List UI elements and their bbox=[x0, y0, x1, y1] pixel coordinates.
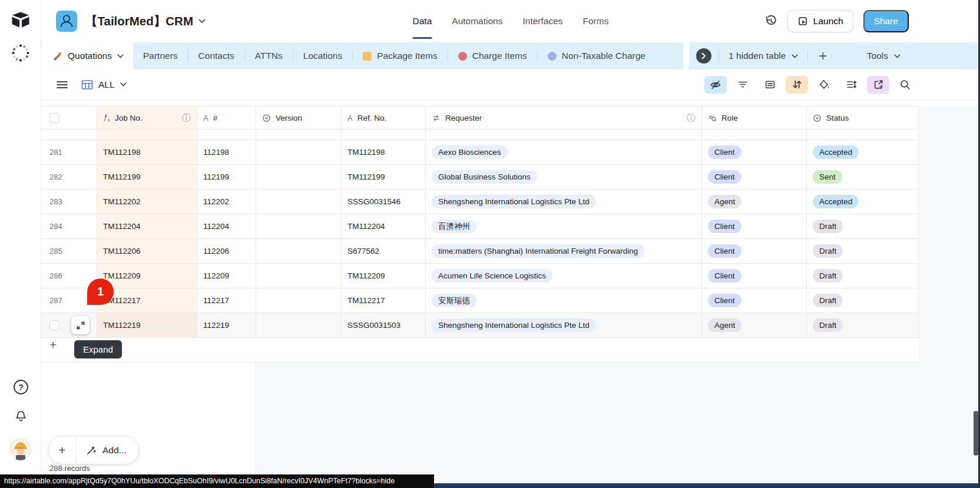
cell-requester-282[interactable]: Global Business Solutions bbox=[426, 165, 702, 189]
column-header-num[interactable]: A# bbox=[197, 107, 256, 129]
cell-ref_no-288[interactable]: SSSG0031503 bbox=[342, 313, 426, 337]
sort-button[interactable] bbox=[786, 76, 808, 94]
tools-button[interactable]: Tools bbox=[858, 51, 910, 61]
cell-requester-284[interactable]: 百濟神州 bbox=[426, 214, 702, 238]
column-header-version[interactable]: Version bbox=[256, 107, 342, 129]
add-record-button[interactable]: + bbox=[49, 437, 76, 464]
cell-status-285[interactable]: Draft bbox=[807, 239, 919, 263]
view-sidebar-menu-icon[interactable] bbox=[56, 79, 68, 90]
column-header-status[interactable]: Status bbox=[807, 107, 919, 129]
cell-num-286[interactable]: 112209 bbox=[197, 264, 256, 288]
table-tab-quotations[interactable]: Quotations bbox=[41, 42, 133, 69]
add-row[interactable]: + bbox=[41, 338, 919, 363]
cell-role-287[interactable]: Client bbox=[702, 288, 807, 313]
table-row-284[interactable]: 284TM112204112204TM112204百濟神州ClientDraft bbox=[41, 214, 919, 239]
cell-job_no-288[interactable]: TM112219 bbox=[97, 313, 197, 337]
cell-role-281[interactable]: Client bbox=[702, 140, 807, 164]
cell-num-282[interactable]: 112199 bbox=[197, 165, 256, 189]
cell-role-285[interactable]: Client bbox=[702, 239, 807, 263]
cell-ref_no-286[interactable]: TM112209 bbox=[342, 264, 426, 288]
base-icon[interactable] bbox=[56, 11, 77, 32]
cell-version-285[interactable] bbox=[256, 239, 342, 263]
table-row-283[interactable]: 283TM112202112202SSSG0031546Shengsheng I… bbox=[41, 190, 919, 214]
cell-version-283[interactable] bbox=[256, 190, 342, 214]
field-info-icon[interactable]: ⓘ bbox=[182, 112, 191, 124]
top-nav-automations[interactable]: Automations bbox=[452, 16, 502, 26]
column-header-requester[interactable]: Requesterⓘ bbox=[426, 107, 702, 129]
user-avatar[interactable] bbox=[9, 438, 32, 460]
cell-requester-286[interactable]: Acumen Life Science Logistics bbox=[426, 264, 702, 288]
share-button[interactable]: Share bbox=[863, 10, 909, 32]
table-tab-attns[interactable]: ATTNs bbox=[245, 42, 293, 69]
notifications-bell-icon[interactable] bbox=[14, 410, 28, 423]
cell-job_no-285[interactable]: TM112206 bbox=[97, 239, 197, 263]
cell-version-284[interactable] bbox=[256, 214, 342, 238]
table-tab-non-taxable-charge[interactable]: Non-Taxable Charge bbox=[538, 42, 655, 69]
row-handle-cell[interactable]: 282 bbox=[41, 165, 97, 189]
cell-status-287[interactable]: Draft bbox=[807, 288, 919, 313]
airtable-logo-icon[interactable] bbox=[11, 12, 31, 28]
cell-ref_no-284[interactable]: TM112204 bbox=[342, 214, 426, 238]
row-checkbox[interactable] bbox=[49, 320, 59, 330]
cell-num-285[interactable]: 112206 bbox=[197, 239, 256, 263]
search-button[interactable] bbox=[894, 76, 916, 94]
table-tab-charge-items[interactable]: Charge Items bbox=[448, 42, 537, 69]
table-tab-locations[interactable]: Locations bbox=[293, 42, 352, 69]
cell-role-283[interactable]: Agent bbox=[702, 190, 807, 214]
hide-fields-button[interactable] bbox=[704, 76, 727, 94]
cell-role-286[interactable]: Client bbox=[702, 264, 807, 288]
table-row-287[interactable]: 287TM112217112217TM112217安斯瑞德ClientDraft bbox=[41, 288, 919, 313]
cell-version-287[interactable] bbox=[256, 288, 342, 313]
cell-role-288[interactable]: Agent bbox=[702, 313, 807, 337]
cell-version-281[interactable] bbox=[256, 140, 342, 164]
cell-job_no-284[interactable]: TM112204 bbox=[97, 214, 197, 238]
cell-version-282[interactable] bbox=[256, 165, 342, 189]
cell-requester-283[interactable]: Shengsheng International Logistics Pte L… bbox=[426, 190, 702, 214]
cell-version-288[interactable] bbox=[256, 313, 342, 337]
select-all-cell[interactable] bbox=[41, 107, 97, 129]
cell-job_no-283[interactable]: TM112202 bbox=[97, 190, 197, 214]
table-tab-partners[interactable]: Partners bbox=[133, 42, 188, 69]
select-all-checkbox[interactable] bbox=[49, 113, 59, 123]
cell-requester-287[interactable]: 安斯瑞德 bbox=[426, 288, 702, 313]
history-icon[interactable] bbox=[764, 15, 777, 28]
cell-requester-288[interactable]: Shengsheng International Logistics Pte L… bbox=[426, 313, 702, 337]
table-row-281[interactable]: 281TM112198112198TM112198Aexo Bioscience… bbox=[41, 140, 919, 165]
table-row-288[interactable]: TM112219112219SSSG0031503Shengsheng Inte… bbox=[41, 313, 919, 338]
cell-status-288[interactable]: Draft bbox=[807, 313, 919, 337]
column-header-role[interactable]: Role bbox=[702, 107, 807, 129]
add-table-button[interactable]: + bbox=[808, 48, 837, 64]
cell-status-281[interactable]: Accepted bbox=[807, 140, 919, 164]
filter-button[interactable] bbox=[731, 76, 754, 94]
add-with-ai-button[interactable]: Add... bbox=[76, 445, 138, 456]
cell-num-281[interactable]: 112198 bbox=[197, 140, 256, 164]
cell-version-286[interactable] bbox=[256, 264, 342, 288]
cell-job_no-282[interactable]: TM112199 bbox=[97, 165, 197, 189]
base-title[interactable]: 【TailorMed】CRM bbox=[85, 13, 193, 29]
cell-ref_no-281[interactable]: TM112198 bbox=[342, 140, 426, 164]
cell-role-284[interactable]: Client bbox=[702, 214, 807, 238]
top-nav-data[interactable]: Data bbox=[413, 16, 432, 26]
launch-button[interactable]: Launch bbox=[787, 10, 853, 32]
top-nav-interfaces[interactable]: Interfaces bbox=[522, 16, 562, 26]
row-height-button[interactable] bbox=[840, 76, 862, 94]
top-nav-forms[interactable]: Forms bbox=[583, 16, 609, 26]
base-title-chevron-down-icon[interactable] bbox=[198, 19, 206, 24]
table-tab-package-items[interactable]: Package Items bbox=[353, 42, 448, 69]
cell-ref_no-283[interactable]: SSSG0031546 bbox=[342, 190, 426, 214]
cell-num-288[interactable]: 112219 bbox=[197, 313, 256, 337]
group-button[interactable] bbox=[759, 76, 781, 94]
cell-status-282[interactable]: Sent bbox=[807, 165, 919, 189]
hidden-tables-button[interactable]: 1 hidden table bbox=[719, 51, 807, 61]
cell-job_no-286[interactable]: TM112209 bbox=[97, 264, 197, 288]
table-row-282[interactable]: 282TM112199112199TM112199Global Business… bbox=[41, 165, 919, 190]
cell-ref_no-282[interactable]: TM112199 bbox=[342, 165, 426, 189]
cell-status-284[interactable]: Draft bbox=[807, 214, 919, 238]
cell-requester-285[interactable]: time:matters (Shanghai) International Fr… bbox=[426, 239, 702, 263]
column-header-ref_no[interactable]: ARef. No. bbox=[342, 107, 426, 129]
cell-num-287[interactable]: 112217 bbox=[197, 288, 256, 313]
expand-record-button[interactable] bbox=[71, 316, 90, 334]
cell-num-284[interactable]: 112204 bbox=[197, 214, 256, 238]
table-tab-contacts[interactable]: Contacts bbox=[188, 42, 244, 69]
row-handle-cell[interactable]: 284 bbox=[41, 214, 97, 238]
